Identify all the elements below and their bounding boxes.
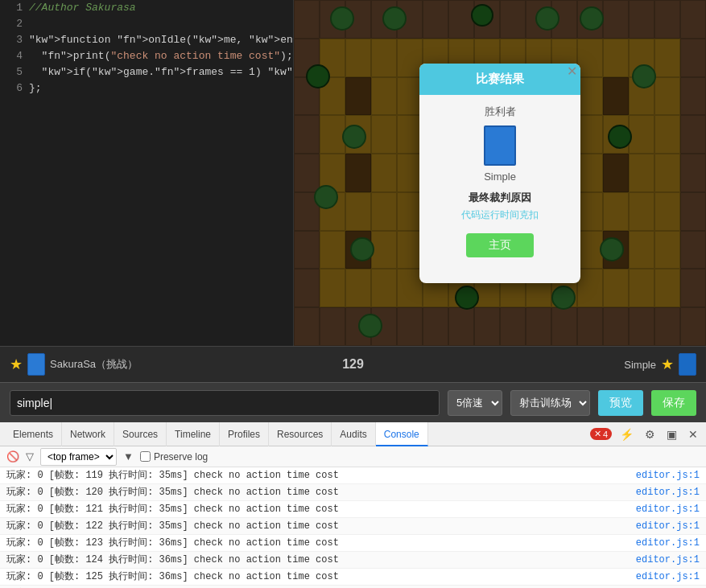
- result-modal: 比赛结果 ✕ 胜利者 Simple 最终裁判原因 代码运行时间克扣 主页: [419, 64, 580, 283]
- control-bar: 5倍速 射击训练场 预览 保存: [0, 382, 706, 422]
- preserve-log-label[interactable]: Preserve log: [140, 451, 208, 463]
- console-text: 玩家: 0 [帧数: 124 执行时间: 36ms] check no acti…: [6, 553, 339, 567]
- tab-network[interactable]: Network: [62, 422, 114, 446]
- devtools-tab-bar: Elements Network Sources Timeline Profil…: [0, 422, 706, 446]
- console-toolbar: 🚫 ▽ <top frame> ▼ Preserve log: [0, 446, 706, 467]
- console-link[interactable]: editor.js:1: [636, 502, 700, 516]
- player-name-left: SakuraSa（挑战）: [50, 357, 138, 372]
- error-badge: ✕ 4: [590, 428, 612, 440]
- reason-title: 最终裁判原因: [429, 191, 571, 205]
- player-name-right: Simple: [624, 359, 656, 371]
- console-line: 玩家: 0 [帧数: 120 执行时间: 35ms] check no acti…: [0, 484, 706, 501]
- tab-profiles[interactable]: Profiles: [220, 422, 269, 446]
- tab-sources[interactable]: Sources: [114, 422, 167, 446]
- console-link[interactable]: editor.js:1: [636, 569, 700, 584]
- console-link[interactable]: editor.js:1: [636, 468, 700, 483]
- code-line: 2: [0, 16, 293, 32]
- tab-audits[interactable]: Audits: [332, 422, 375, 446]
- player-left: ★ SakuraSa（挑战）: [10, 353, 323, 376]
- error-x-icon: ✕: [594, 429, 601, 439]
- console-line: 玩家: 0 [帧数: 124 执行时间: 36ms] check no acti…: [0, 552, 706, 569]
- modal-title: 比赛结果: [419, 64, 580, 95]
- devtools-icons: ✕ 4 ⚡ ⚙ ▣ ✕: [590, 426, 701, 442]
- player-right: Simple ★: [384, 353, 697, 376]
- tab-timeline[interactable]: Timeline: [167, 422, 220, 446]
- code-line: 4 "fn">print("check no action time cost"…: [0, 48, 293, 64]
- console-link[interactable]: editor.js:1: [636, 536, 700, 550]
- devtools-panel: Elements Network Sources Timeline Profil…: [0, 422, 706, 588]
- console-text: 玩家: 0 [帧数: 123 执行时间: 36ms] check no acti…: [6, 536, 339, 550]
- winner-avatar: [484, 125, 516, 166]
- star-icon-right: ★: [661, 356, 674, 373]
- preserve-log-checkbox[interactable]: [140, 451, 151, 462]
- code-line: 6};: [0, 80, 293, 97]
- preview-button[interactable]: 预览: [598, 390, 643, 416]
- score-bar: ★ SakuraSa（挑战） 129 Simple ★: [0, 346, 706, 382]
- devtools-script-icon[interactable]: ⚡: [617, 426, 637, 442]
- devtools-settings-icon[interactable]: ⚙: [642, 426, 659, 442]
- winner-name: Simple: [429, 171, 571, 183]
- console-link[interactable]: editor.js:1: [636, 485, 700, 500]
- code-editor[interactable]: 1//Author Sakurasa23"kw">function "fn">o…: [0, 0, 294, 346]
- code-line: 3"kw">function "fn">onIdle("kw">me, "kw"…: [0, 32, 293, 48]
- console-filter-button[interactable]: ▽: [26, 450, 34, 463]
- console-line: 玩家: 0 [帧数: 122 执行时间: 35ms] check no acti…: [0, 518, 706, 535]
- console-text: 玩家: 0 [帧数: 125 执行时间: 36ms] check no acti…: [6, 569, 339, 584]
- map-select[interactable]: 射击训练场: [510, 390, 590, 416]
- console-line: 玩家: 0 [帧数: 123 执行时间: 36ms] check no acti…: [0, 535, 706, 552]
- error-count: 4: [603, 430, 608, 439]
- tab-console[interactable]: Console: [376, 422, 428, 446]
- code-line: 5 "kw">if("kw">game."fn">frames == 1) "k…: [0, 64, 293, 80]
- code-line: 1//Author Sakurasa: [0, 0, 293, 16]
- home-button[interactable]: 主页: [466, 233, 534, 257]
- console-output[interactable]: 玩家: 0 [帧数: 119 执行时间: 35ms] check no acti…: [0, 467, 706, 588]
- close-button[interactable]: ✕: [567, 65, 577, 78]
- console-text: 玩家: 0 [帧数: 119 执行时间: 35ms] check no acti…: [6, 468, 339, 483]
- console-dropdown-icon[interactable]: ▼: [123, 450, 134, 463]
- score-display: 129: [329, 357, 378, 372]
- console-text: 玩家: 0 [帧数: 121 执行时间: 35ms] check no acti…: [6, 502, 339, 516]
- top-area: 1//Author Sakurasa23"kw">function "fn">o…: [0, 0, 706, 346]
- console-clear-button[interactable]: 🚫: [6, 450, 19, 463]
- console-line: 玩家: 0 [帧数: 121 执行时间: 35ms] check no acti…: [0, 501, 706, 518]
- reason-text: 代码运行时间克扣: [429, 208, 571, 222]
- speed-select[interactable]: 5倍速: [448, 390, 502, 416]
- player-avatar-right: [679, 353, 696, 376]
- devtools-close-icon[interactable]: ✕: [685, 426, 701, 442]
- star-icon-left: ★: [10, 356, 23, 373]
- frame-select[interactable]: <top frame>: [40, 448, 117, 466]
- winner-label: 胜利者: [429, 105, 571, 119]
- modal-overlay: 比赛结果 ✕ 胜利者 Simple 最终裁判原因 代码运行时间克扣 主页: [294, 0, 706, 346]
- console-link[interactable]: editor.js:1: [636, 553, 700, 567]
- devtools-dock-icon[interactable]: ▣: [663, 426, 680, 442]
- console-text: 玩家: 0 [帧数: 122 执行时间: 35ms] check no acti…: [6, 519, 339, 533]
- console-line: 玩家: 0 [帧数: 125 执行时间: 36ms] check no acti…: [0, 569, 706, 586]
- player-avatar-left: [27, 353, 45, 376]
- game-canvas: 比赛结果 ✕ 胜利者 Simple 最终裁判原因 代码运行时间克扣 主页: [294, 0, 706, 346]
- tab-resources[interactable]: Resources: [269, 422, 332, 446]
- tab-elements[interactable]: Elements: [5, 422, 62, 446]
- console-text: 玩家: 0 [帧数: 120 执行时间: 35ms] check no acti…: [6, 485, 339, 500]
- code-input[interactable]: [10, 390, 440, 416]
- save-button[interactable]: 保存: [651, 390, 696, 416]
- console-line: 玩家: 0 [帧数: 119 执行时间: 35ms] check no acti…: [0, 467, 706, 484]
- console-link[interactable]: editor.js:1: [636, 519, 700, 533]
- modal-body: 胜利者 Simple 最终裁判原因 代码运行时间克扣 主页: [419, 95, 580, 267]
